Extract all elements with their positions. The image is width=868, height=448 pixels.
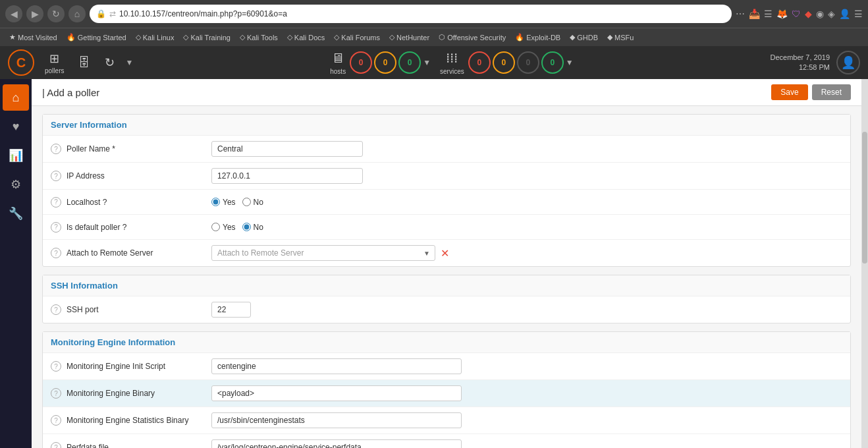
poller-name-row: ? Poller Name * — [43, 136, 850, 163]
is-default-no-radio[interactable] — [242, 223, 251, 231]
reload-button[interactable]: ↻ — [47, 5, 65, 22]
scrollbar[interactable] — [861, 79, 868, 448]
services-critical-badge[interactable]: 0 — [468, 51, 491, 74]
bookmark-kali-tools[interactable]: ◇ Kali Tools — [236, 32, 282, 43]
bookmark-nethunter[interactable]: ◇ NetHunter — [385, 32, 433, 43]
app-container: ⌂ ♥ 📊 ⚙ 🔧 ◀ | Add a poller Save Reset Se… — [0, 79, 868, 448]
tools-icon: 🔧 — [9, 206, 23, 221]
reader-icon: ☰ — [764, 9, 773, 19]
localhost-yes-label[interactable]: Yes — [211, 198, 236, 207]
ssh-info-section: SSH Information ? SSH port — [42, 275, 851, 323]
services-status-group: 0 0 0 0 ▼ — [468, 51, 574, 74]
perfdata-input[interactable] — [211, 439, 462, 448]
engine-init-input[interactable] — [211, 358, 462, 374]
is-default-radio-group: Yes No — [211, 223, 842, 232]
attach-remote-label: Attach to Remote Server — [67, 248, 211, 258]
localhost-label: Localhost ? — [67, 198, 211, 207]
time-text: 12:58 PM — [771, 63, 830, 72]
redirect-icon: ⇄ — [109, 9, 116, 18]
bookmark-kali-docs[interactable]: ◇ Kali Docs — [283, 32, 329, 43]
engine-binary-label: Monitoring Engine Binary — [67, 389, 211, 398]
hosts-unreachable-badge[interactable]: 0 — [374, 51, 396, 74]
poller-name-help[interactable]: ? — [51, 144, 61, 154]
engine-init-help[interactable]: ? — [51, 361, 61, 372]
forward-button[interactable]: ▶ — [26, 5, 43, 22]
sidebar-item-tools[interactable]: 🔧 — [3, 200, 29, 227]
is-default-yes-radio[interactable] — [211, 223, 220, 231]
ip-address-help[interactable]: ? — [51, 171, 61, 181]
engine-binary-input[interactable] — [211, 385, 462, 401]
ssh-info-title: SSH Information — [43, 275, 850, 296]
poller-name-input-wrapper — [211, 141, 842, 157]
hosts-icon: 🖥 — [331, 51, 344, 66]
bookmark-offensive-security[interactable]: ⬡ Offensive Security — [435, 32, 510, 43]
hosts-dropdown[interactable]: ▼ — [423, 58, 431, 67]
pollers-label: pollers — [45, 67, 64, 74]
sidebar-item-graphs[interactable]: 📊 — [3, 142, 29, 169]
ip-address-input-wrapper — [211, 168, 842, 184]
bookmark-most-visited[interactable]: ★ Most Visited — [5, 32, 61, 43]
engine-stats-input[interactable] — [211, 412, 462, 428]
ssh-port-help[interactable]: ? — [51, 304, 61, 315]
attach-remote-select[interactable]: Attach to Remote Server — [211, 245, 435, 261]
monitoring-engine-title: Monitoring Engine Information — [43, 332, 850, 353]
bookmark-msfupdate[interactable]: ◆ MSFu — [603, 32, 637, 43]
is-default-no-label[interactable]: No — [242, 223, 263, 232]
services-ok-badge[interactable]: 0 — [541, 51, 564, 74]
localhost-help[interactable]: ? — [51, 197, 61, 208]
ssh-port-input[interactable] — [211, 302, 251, 318]
bookmark-exploit-db[interactable]: 🔥 Exploit-DB — [511, 32, 564, 43]
ip-address-input[interactable] — [211, 168, 363, 184]
engine-stats-help[interactable]: ? — [51, 415, 61, 426]
sidebar-item-monitoring[interactable]: ♥ — [3, 113, 29, 140]
refresh-icon: ↻ — [105, 55, 115, 70]
address-bar[interactable]: 🔒 ⇄ 10.10.10.157/centreon/main.php?p=609… — [90, 5, 732, 23]
perfdata-help[interactable]: ? — [51, 442, 61, 448]
is-default-help[interactable]: ? — [51, 222, 61, 233]
pollers-nav[interactable]: ⊞ pollers — [41, 49, 68, 77]
user-avatar[interactable]: 👤 — [836, 51, 860, 74]
datetime: December 7, 2019 12:58 PM — [771, 53, 830, 73]
reset-button[interactable]: Reset — [812, 84, 851, 100]
attach-remote-help[interactable]: ? — [51, 248, 61, 258]
perfdata-row: ? Perfdata file — [43, 434, 850, 448]
localhost-no-text: No — [254, 198, 263, 207]
ip-address-label: IP Address — [67, 171, 211, 181]
services-dropdown[interactable]: ▼ — [566, 58, 574, 67]
localhost-yes-radio[interactable] — [211, 198, 220, 206]
db-nav[interactable]: 🗄 — [74, 53, 94, 72]
bookmark-ghdb[interactable]: ◆ GHDB — [566, 32, 602, 43]
save-button[interactable]: Save — [771, 84, 807, 100]
firefox-icon: 🦊 — [776, 9, 788, 19]
url-text: 10.10.10.157/centreon/main.php?p=60901&o… — [119, 9, 287, 18]
ssh-port-row: ? SSH port — [43, 296, 850, 323]
hamburger-icon[interactable]: ☰ — [854, 9, 863, 19]
poller-name-input[interactable] — [211, 141, 363, 157]
back-button[interactable]: ◀ — [5, 5, 22, 22]
is-default-yes-label[interactable]: Yes — [211, 223, 236, 232]
localhost-no-radio[interactable] — [242, 198, 251, 206]
bookmark-kali-training[interactable]: ◇ Kali Training — [179, 32, 234, 43]
profile-icon: 👤 — [839, 9, 850, 19]
refresh-nav[interactable]: ↻ — [101, 53, 119, 72]
engine-init-label: Monitoring Engine Init Script — [67, 362, 211, 371]
scrollbar-thumb[interactable] — [862, 132, 867, 264]
hosts-down-badge[interactable]: 0 — [350, 51, 372, 74]
menu-dots[interactable]: ⋯ — [736, 9, 745, 19]
services-unknown-badge[interactable]: 0 — [517, 51, 539, 74]
attach-remote-clear-button[interactable]: ✕ — [438, 247, 452, 260]
bookmark-kali-linux[interactable]: ◇ Kali Linux — [132, 32, 178, 43]
services-warning-badge[interactable]: 0 — [493, 51, 515, 74]
hosts-up-badge[interactable]: 0 — [398, 51, 421, 74]
centreon-logo[interactable]: C — [8, 49, 34, 76]
ssh-port-label: SSH port — [67, 305, 211, 314]
bookmark-getting-started[interactable]: 🔥 Getting Started — [63, 32, 130, 43]
localhost-no-label[interactable]: No — [242, 198, 263, 207]
engine-binary-help[interactable]: ? — [51, 388, 61, 399]
nav-dropdown-arrow[interactable]: ▼ — [125, 58, 133, 67]
bookmark-kali-forums[interactable]: ◇ Kali Forums — [330, 32, 384, 43]
is-default-row: ? Is default poller ? Yes No — [43, 215, 850, 240]
sidebar-item-home[interactable]: ⌂ — [3, 84, 29, 111]
home-button[interactable]: ⌂ — [68, 5, 86, 22]
sidebar-item-settings[interactable]: ⚙ — [3, 171, 29, 198]
